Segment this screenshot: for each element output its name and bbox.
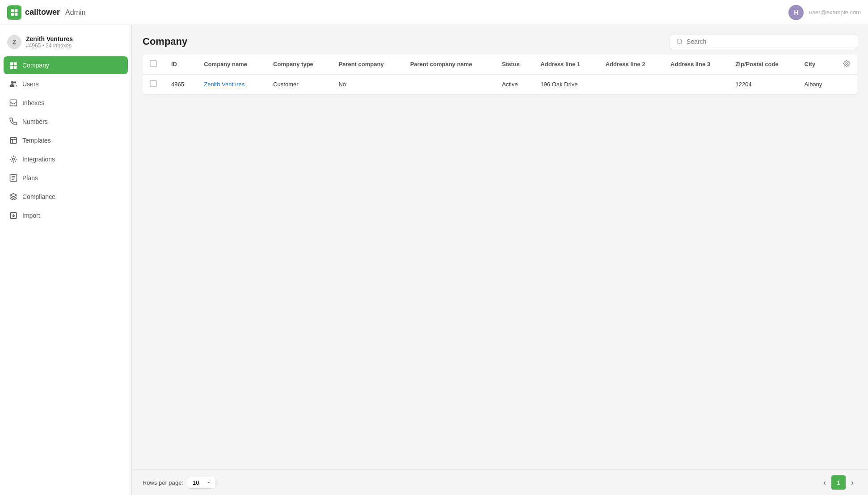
svg-rect-4	[10, 62, 13, 65]
svg-line-22	[681, 43, 682, 44]
svg-rect-6	[10, 66, 13, 69]
sidebar-item-templates-label: Templates	[22, 137, 51, 144]
admin-label: Admin	[65, 8, 85, 17]
inboxes-icon	[9, 98, 18, 107]
company-icon	[9, 61, 18, 70]
svg-point-14	[13, 158, 15, 161]
page-title: Company	[143, 36, 187, 47]
col-header-settings[interactable]	[836, 55, 857, 74]
sidebar-item-inboxes-label: Inboxes	[22, 99, 44, 106]
sidebar-item-numbers[interactable]: Numbers	[4, 113, 128, 131]
svg-rect-5	[14, 62, 17, 65]
table-footer: Rows per page: 10 25 50 100 ‹ 1 ›	[132, 470, 868, 495]
table-row: 4965 Zenith Ventures Customer No Active …	[143, 74, 857, 94]
avatar[interactable]: H	[788, 5, 804, 20]
col-header-parent-company: Parent company	[331, 55, 403, 74]
table-container: ID Company name Company type Parent comp…	[132, 55, 868, 470]
col-header-zip: Zip/Postal code	[729, 55, 797, 74]
search-input[interactable]	[687, 38, 851, 45]
cell-parent-company: No	[331, 74, 403, 94]
numbers-icon	[9, 117, 18, 126]
layout: Z Zenith Ventures #4965 • 24 inboxes Com…	[0, 25, 868, 495]
pagination: ‹ 1 ›	[820, 475, 857, 490]
search-box[interactable]	[670, 34, 857, 49]
sidebar-item-import[interactable]: Import	[4, 207, 128, 224]
user-email: user@example.com	[809, 9, 861, 16]
sidebar-item-company-label: Company	[22, 62, 49, 69]
rows-per-page: Rows per page: 10 25 50 100	[143, 477, 215, 489]
rows-per-page-label: Rows per page:	[143, 479, 183, 486]
cell-address2	[598, 74, 663, 94]
cell-company-name[interactable]: Zenith Ventures	[197, 74, 266, 94]
cell-address3	[663, 74, 728, 94]
account-meta: #4965 • 24 inboxes	[26, 42, 73, 49]
search-icon	[676, 38, 683, 45]
prev-page-button[interactable]: ‹	[820, 476, 830, 489]
logo-icon	[7, 5, 21, 20]
cell-zip: 12204	[729, 74, 797, 94]
sidebar-item-numbers-label: Numbers	[22, 118, 48, 125]
nav-items: Company Users	[0, 56, 131, 224]
row-checkbox-cell	[143, 74, 164, 94]
sidebar-item-plans-label: Plans	[22, 174, 38, 182]
cell-company-type: Customer	[266, 74, 331, 94]
next-page-button[interactable]: ›	[847, 476, 857, 489]
cell-id: 4965	[164, 74, 197, 94]
company-name-link[interactable]: Zenith Ventures	[204, 81, 244, 88]
plans-icon	[9, 173, 18, 182]
account-info: Zenith Ventures #4965 • 24 inboxes	[26, 35, 73, 49]
sidebar: Z Zenith Ventures #4965 • 24 inboxes Com…	[0, 25, 132, 495]
topbar-left: calltower Admin	[7, 5, 85, 20]
sidebar-item-users-label: Users	[22, 80, 39, 88]
sidebar-item-plans[interactable]: Plans	[4, 169, 128, 187]
cell-address1: 196 Oak Drive	[533, 74, 598, 94]
cell-parent-company-name	[403, 74, 495, 94]
sidebar-item-integrations-label: Integrations	[22, 156, 55, 163]
sidebar-item-compliance[interactable]: Compliance	[4, 188, 128, 206]
users-icon	[9, 80, 18, 89]
col-header-status: Status	[495, 55, 533, 74]
main-content: Company ID Company name	[132, 25, 868, 495]
svg-rect-7	[14, 66, 17, 69]
col-header-address1: Address line 1	[533, 55, 598, 74]
topbar: calltower Admin H user@example.com	[0, 0, 868, 25]
templates-icon	[9, 136, 18, 145]
svg-rect-1	[15, 9, 18, 12]
main-header: Company	[132, 25, 868, 55]
svg-rect-3	[15, 13, 18, 16]
cell-status: Active	[495, 74, 533, 94]
cell-city: Albany	[797, 74, 836, 94]
sidebar-item-compliance-label: Compliance	[22, 193, 55, 200]
col-header-parent-company-name: Parent company name	[403, 55, 495, 74]
svg-point-8	[11, 81, 14, 84]
col-header-id: ID	[164, 55, 197, 74]
col-header-company-type: Company type	[266, 55, 331, 74]
select-all-header	[143, 55, 164, 74]
rows-per-page-select[interactable]: 10 25 50 100	[188, 477, 215, 489]
sidebar-item-templates[interactable]: Templates	[4, 131, 128, 149]
sidebar-item-users[interactable]: Users	[4, 75, 128, 93]
company-table: ID Company name Company type Parent comp…	[143, 55, 857, 94]
account-section: Z Zenith Ventures #4965 • 24 inboxes	[0, 30, 131, 56]
cell-settings	[836, 74, 857, 94]
compliance-icon	[9, 192, 18, 201]
col-header-company-name: Company name	[197, 55, 266, 74]
svg-rect-11	[10, 137, 17, 144]
sidebar-item-integrations[interactable]: Integrations	[4, 150, 128, 168]
topbar-right: H user@example.com	[788, 5, 861, 20]
account-avatar: Z	[7, 35, 21, 49]
account-name: Zenith Ventures	[26, 35, 73, 42]
col-header-city: City	[797, 55, 836, 74]
page-1-button[interactable]: 1	[831, 475, 846, 490]
logo-text: calltower	[25, 8, 60, 17]
select-all-checkbox[interactable]	[150, 60, 157, 67]
svg-rect-2	[11, 13, 14, 16]
integrations-icon	[9, 155, 18, 164]
svg-point-9	[14, 81, 17, 84]
row-checkbox[interactable]	[150, 80, 157, 87]
logo: calltower Admin	[7, 5, 85, 20]
import-icon	[9, 211, 18, 220]
col-header-address3: Address line 3	[663, 55, 728, 74]
sidebar-item-company[interactable]: Company	[4, 56, 128, 74]
sidebar-item-inboxes[interactable]: Inboxes	[4, 94, 128, 112]
